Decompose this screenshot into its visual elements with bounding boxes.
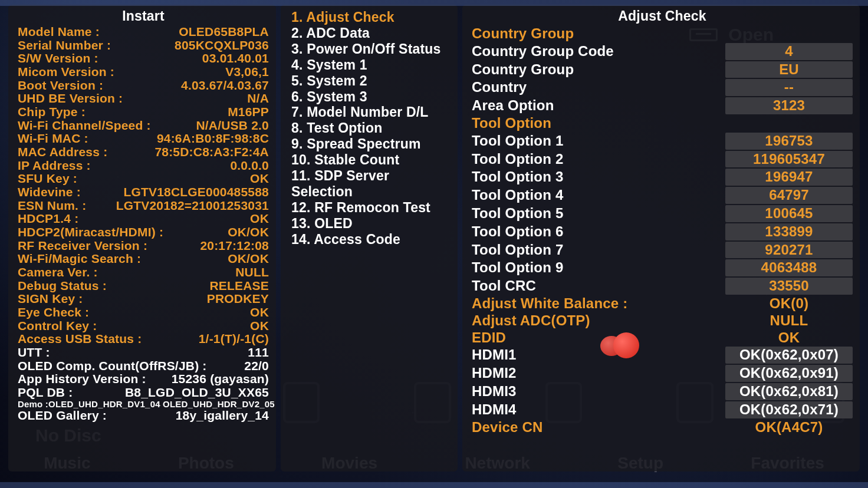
- adjust-row: Tool Option 5100645: [472, 205, 853, 223]
- menu-item-stable-count[interactable]: 10. Stable Count: [290, 152, 451, 168]
- adjust-row: Adjust White Balance :OK(0): [472, 295, 853, 312]
- info-row: Demo :OLED_UHD_HDR_DV1_04 OLED_UHD_HDR_D…: [18, 400, 269, 409]
- adjust-value[interactable]: OK(0x62,0x91): [725, 365, 853, 382]
- adjust-row: Country Group Code4: [472, 42, 853, 61]
- adjust-row: Area Option3123: [472, 97, 853, 115]
- adjust-row: EDIDOK: [472, 329, 853, 347]
- info-row: Eye Check :OK: [18, 306, 269, 319]
- adjust-value[interactable]: 4: [725, 43, 853, 60]
- adjust-label: HDMI1: [472, 347, 725, 364]
- menu-item-test-option[interactable]: 8. Test Option: [290, 120, 451, 136]
- adjust-value[interactable]: 100645: [725, 205, 853, 222]
- adjust-value: OK: [725, 329, 853, 347]
- info-label: Camera Ver. :: [18, 266, 98, 279]
- adjust-value[interactable]: 4063488: [725, 259, 853, 276]
- adjust-label: Tool CRC: [472, 278, 725, 295]
- adjust-label: Area Option: [472, 97, 725, 114]
- info-label: Wi-Fi MAC :: [18, 132, 88, 146]
- adjust-value[interactable]: --: [725, 79, 853, 96]
- info-row: SIGN Key :PRODKEY: [18, 292, 269, 306]
- info-value: M16PP: [228, 105, 269, 119]
- adjust-value[interactable]: 33550: [725, 278, 853, 295]
- info-row: HDCP1.4 :OK: [18, 212, 269, 226]
- info-value: 78:5D:C8:A3:F2:4A: [154, 146, 269, 159]
- info-row: MAC Address :78:5D:C8:A3:F2:4A: [18, 146, 269, 159]
- info-row: UHD BE Version :N/A: [18, 92, 269, 105]
- info-row: IP Address :0.0.0.0: [18, 159, 269, 173]
- info-value: 15236 (gayasan): [172, 372, 269, 386]
- info-value: 18y_igallery_14: [176, 409, 269, 423]
- info-value: OK/OK: [228, 252, 269, 266]
- menu-item-system-2[interactable]: 5. System 2: [290, 73, 451, 89]
- adjust-value[interactable]: 3123: [725, 97, 853, 114]
- service-menu-panel: 1. Adjust Check2. ADC Data3. Power On/Of…: [281, 5, 458, 471]
- info-value: RELEASE: [209, 279, 269, 293]
- adjust-label: Country Group: [472, 61, 725, 78]
- info-label: PQL DB :: [18, 386, 73, 400]
- info-label: UHD BE Version :: [18, 92, 123, 105]
- adjust-value[interactable]: 133899: [725, 223, 853, 240]
- info-label: App History Version :: [18, 372, 146, 386]
- info-label: Boot Version :: [18, 79, 103, 93]
- info-value: LGTV20182=21001253031: [116, 199, 269, 213]
- info-row: Wi-Fi MAC :94:6A:B0:8F:98:8C: [18, 132, 269, 146]
- info-row: Access USB Status :1/-1(T)/-1(C): [18, 332, 269, 346]
- info-row: Boot Version :4.03.67/4.03.67: [18, 79, 269, 93]
- menu-item-access-code[interactable]: 14. Access Code: [290, 232, 451, 248]
- info-label: Wi-Fi Channel/Speed :: [18, 119, 151, 133]
- adjust-row: HDMI3OK(0x62,0x81): [472, 383, 853, 401]
- instart-title: Instart: [18, 8, 269, 24]
- adjust-value[interactable]: 64797: [725, 187, 853, 204]
- info-value: 94:6A:B0:8F:98:8C: [157, 132, 269, 146]
- menu-item-adc-data[interactable]: 2. ADC Data: [290, 25, 451, 41]
- adjust-label: Tool Option 5: [472, 205, 725, 222]
- info-label: Control Key :: [18, 319, 97, 333]
- menu-item-power-on-off-status[interactable]: 3. Power On/Off Status: [290, 41, 451, 57]
- adjust-value[interactable]: 920271: [725, 242, 853, 259]
- info-value: OLED_UHD_HDR_DV1_04 OLED_UHD_HDR_DV2_05: [48, 400, 275, 409]
- adjust-value[interactable]: OK(0x62,0x07): [725, 347, 853, 364]
- adjust-value[interactable]: 196947: [725, 169, 853, 186]
- menu-item-adjust-check[interactable]: 1. Adjust Check: [290, 9, 451, 25]
- info-label: S/W Version :: [18, 52, 98, 65]
- adjust-row: Tool Option 464797: [472, 186, 853, 205]
- info-row: App History Version :15236 (gayasan): [18, 372, 269, 386]
- adjust-value[interactable]: 119605347: [725, 151, 853, 168]
- adjust-value[interactable]: OK(0x62,0x81): [725, 383, 853, 400]
- info-value: N/A: [247, 92, 269, 105]
- info-label: Demo :: [18, 400, 48, 409]
- info-label: IP Address :: [18, 159, 91, 173]
- menu-item-rf-remocon-test[interactable]: 12. RF Remocon Test: [290, 200, 451, 216]
- menu-item-model-number-d-l[interactable]: 7. Model Number D/L: [290, 104, 451, 120]
- adjust-label: Country: [472, 79, 725, 96]
- info-label: MAC Address :: [18, 146, 107, 159]
- info-value: OK: [250, 306, 269, 319]
- info-row: Model Name :OLED65B8PLA: [18, 25, 269, 39]
- menu-item-system-3[interactable]: 6. System 3: [290, 89, 451, 105]
- menu-item-oled[interactable]: 13. OLED: [290, 216, 451, 232]
- adjust-label: Country Group Code: [472, 43, 725, 60]
- info-label: RF Receiver Version :: [18, 239, 147, 253]
- info-label: OLED Gallery :: [18, 409, 107, 423]
- info-row: ESN Num. :LGTV20182=21001253031: [18, 199, 269, 213]
- adjust-check-panel: Adjust Check Country GroupCountry Group …: [462, 5, 860, 471]
- info-row: Camera Ver. :NULL: [18, 266, 269, 279]
- adjust-value[interactable]: 196753: [725, 133, 853, 150]
- info-row: UTT :111: [18, 346, 269, 360]
- info-label: Chip Type :: [18, 105, 86, 119]
- adjust-value[interactable]: EU: [725, 61, 853, 78]
- adjust-value[interactable]: OK(0x62,0x71): [725, 401, 853, 418]
- menu-item-spread-spectrum[interactable]: 9. Spread Spectrum: [290, 136, 451, 152]
- info-label: Access USB Status :: [18, 332, 142, 346]
- info-label: HDCP1.4 :: [18, 212, 78, 226]
- info-value: 0.0.0.0: [230, 159, 269, 173]
- adjust-row: Tool Option 94063488: [472, 259, 853, 277]
- info-value: V3,06,1: [225, 65, 269, 79]
- menu-item-system-1[interactable]: 4. System 1: [290, 57, 451, 73]
- menu-item-sdp-server-selection[interactable]: 11. SDP Server Selection: [290, 168, 451, 200]
- info-label: Model Name :: [18, 25, 100, 39]
- adjust-row: Tool CRC33550: [472, 277, 853, 295]
- info-row: Serial Number :805KCQXLP036: [18, 39, 269, 52]
- adjust-label: Tool Option 7: [472, 242, 725, 259]
- adjust-row: Country--: [472, 78, 853, 97]
